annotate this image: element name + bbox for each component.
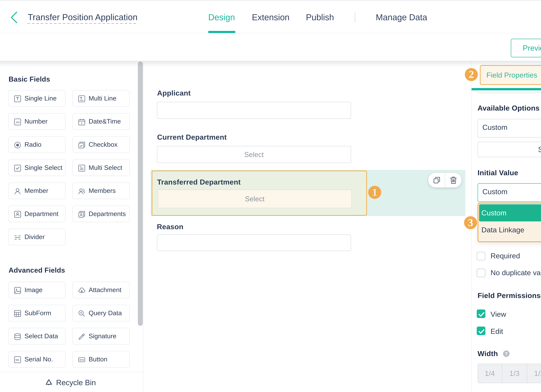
svg-text:1: 1 <box>81 122 83 125</box>
svg-text:123: 123 <box>16 121 20 124</box>
svg-text:NO.: NO. <box>16 359 20 361</box>
svg-text:BTN: BTN <box>80 359 84 361</box>
